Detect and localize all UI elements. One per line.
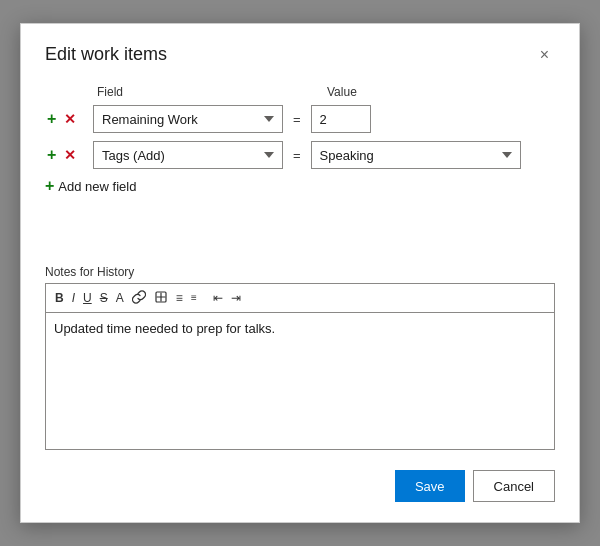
field-row-1: + ✕ Remaining Work Tags (Add) Priority S… <box>45 105 555 133</box>
toolbar-highlight-button[interactable]: A <box>113 290 127 306</box>
toolbar-strikethrough-button[interactable]: S <box>97 290 111 306</box>
notes-label: Notes for History <box>45 265 555 279</box>
toolbar-link2-button[interactable] <box>151 288 171 308</box>
value-select-2[interactable]: Speaking Design Development Testing <box>311 141 521 169</box>
dialog-title: Edit work items <box>45 44 167 65</box>
field-column-header: Field <box>97 85 297 99</box>
toolbar-list-ul-button[interactable]: ≡ <box>173 290 186 306</box>
equals-1: = <box>293 112 301 127</box>
value-input-1[interactable] <box>311 105 371 133</box>
notes-section: Notes for History B I U S A ≡ <box>45 265 555 450</box>
row-1-add-button[interactable]: + <box>45 111 58 127</box>
svg-text:≡: ≡ <box>191 292 197 302</box>
toolbar-outdent-button[interactable]: ⇤ <box>210 290 226 306</box>
row-1-remove-button[interactable]: ✕ <box>62 112 78 126</box>
toolbar-italic-button[interactable]: I <box>69 290 78 306</box>
row-2-remove-button[interactable]: ✕ <box>62 148 78 162</box>
close-button[interactable]: × <box>534 45 555 65</box>
cancel-button[interactable]: Cancel <box>473 470 555 502</box>
save-button[interactable]: Save <box>395 470 465 502</box>
dialog-footer: Save Cancel <box>45 470 555 502</box>
row-1-actions: + ✕ <box>45 111 93 127</box>
equals-2: = <box>293 148 301 163</box>
row-2-actions: + ✕ <box>45 147 93 163</box>
dialog-header: Edit work items × <box>45 44 555 65</box>
toolbar-link1-button[interactable] <box>129 288 149 308</box>
column-headers: Field Value <box>45 85 555 99</box>
toolbar-list-ol-button[interactable]: ≡ <box>188 290 208 306</box>
edit-work-items-dialog: Edit work items × Field Value + ✕ Remain… <box>20 23 580 523</box>
notes-toolbar: B I U S A ≡ ≡ <box>45 283 555 312</box>
field-select-2[interactable]: Tags (Add) Remaining Work Priority State… <box>93 141 283 169</box>
toolbar-underline-button[interactable]: U <box>80 290 95 306</box>
row-2-add-button[interactable]: + <box>45 147 58 163</box>
notes-textarea[interactable]: Updated time needed to prep for talks. <box>45 312 555 450</box>
field-row-2: + ✕ Tags (Add) Remaining Work Priority S… <box>45 141 555 169</box>
value-column-header: Value <box>327 85 357 99</box>
toolbar-indent-button[interactable]: ⇥ <box>228 290 244 306</box>
add-new-field-plus-icon: + <box>45 177 54 195</box>
fields-section: Field Value + ✕ Remaining Work Tags (Add… <box>45 85 555 195</box>
toolbar-bold-button[interactable]: B <box>52 290 67 306</box>
field-select-1[interactable]: Remaining Work Tags (Add) Priority State… <box>93 105 283 133</box>
add-new-field-button[interactable]: + Add new field <box>45 177 136 195</box>
add-new-field-label: Add new field <box>58 179 136 194</box>
